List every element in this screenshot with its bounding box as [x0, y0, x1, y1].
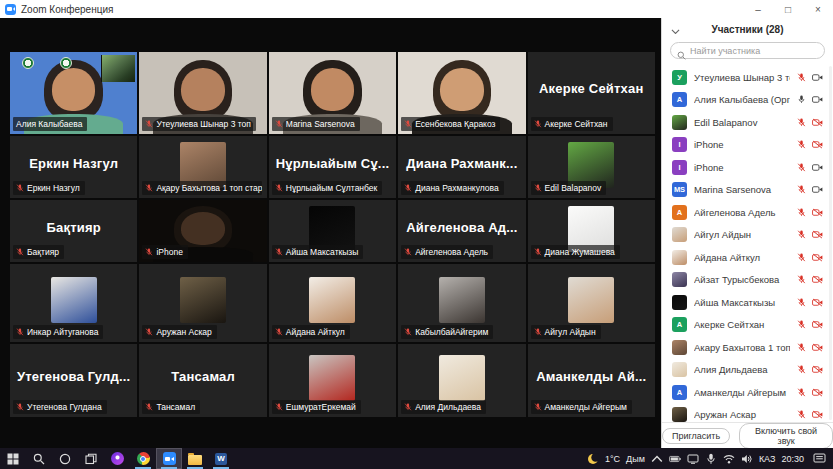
close-button[interactable]: ×	[803, 0, 833, 18]
participant-tile[interactable]: КабылбайАйгерим	[398, 264, 525, 342]
chrome-icon[interactable]	[130, 448, 156, 469]
avatar	[672, 250, 687, 265]
participant-row[interactable]: У Утеулиева Шынар 3 топ (Я)	[662, 66, 833, 89]
participant-row[interactable]: Алия Дильдаева	[662, 359, 833, 382]
participant-tile[interactable]: Алия Калыбаева	[10, 52, 137, 134]
participant-tile[interactable]: Marina Sarsenova	[269, 52, 396, 134]
avatar: I	[672, 160, 687, 175]
participant-row[interactable]: Айзат Турысбекова	[662, 269, 833, 292]
task-view-icon[interactable]	[78, 448, 104, 469]
search-box[interactable]	[670, 42, 825, 59]
display-icon[interactable]	[687, 453, 699, 465]
voice-assistant-icon[interactable]	[104, 448, 130, 469]
profile-photo	[439, 355, 485, 401]
muted-mic-icon	[275, 327, 283, 337]
participants-list[interactable]: У Утеулиева Шынар 3 топ (Я) А	[662, 64, 833, 422]
participant-tile[interactable]: Утегенова Гулд... Утегенова Гулдана	[10, 344, 137, 417]
name-tag: Айгеленова Адель	[401, 245, 493, 259]
participant-row[interactable]: Edil Balapanov	[662, 111, 833, 134]
mic-tray-icon[interactable]	[705, 453, 717, 465]
volume-icon[interactable]	[741, 453, 753, 465]
taskbar-search-icon[interactable]	[26, 448, 52, 469]
participant-row[interactable]: Айша Максаткызы	[662, 291, 833, 314]
tray-expand-icon[interactable]	[651, 453, 663, 465]
avatar: А	[672, 317, 687, 332]
participant-tile[interactable]: Edil Balapanov	[528, 136, 655, 198]
participant-row[interactable]: А Акерке Сейтхан	[662, 314, 833, 337]
muted-mic-icon	[145, 402, 153, 412]
video-area: Алия Калыбаева	[0, 18, 661, 448]
weather-temp[interactable]: 1°C	[605, 454, 620, 464]
tile-name-label: Edil Balapanov	[545, 183, 602, 193]
participant-row[interactable]: Аружан Аскар	[662, 404, 833, 423]
participant-tile[interactable]: Алия Дильдаева	[398, 344, 525, 417]
language-indicator[interactable]: КАЗ	[759, 454, 776, 464]
name-tag: Диана Рахманкулова	[401, 181, 503, 195]
invite-button[interactable]: Пригласить	[662, 428, 730, 444]
participant-tile[interactable]: Бақтияр Бақтияр	[10, 200, 137, 262]
zoom-taskbar-icon[interactable]	[156, 448, 182, 469]
participant-tile[interactable]: Утеулиева Шынар 3 топ	[139, 52, 266, 134]
search-input[interactable]	[690, 46, 818, 56]
participant-row[interactable]: А Алия Калыбаева (Организатор)	[662, 89, 833, 112]
avatar: I	[672, 137, 687, 152]
clock[interactable]: 20:30	[781, 454, 804, 464]
participant-tile[interactable]: Нұрлыайым Сұ... Нұрлыайым Сұлтанбек	[269, 136, 396, 198]
participant-tile[interactable]: Айгеленова Ад... Айгеленова Адель	[398, 200, 525, 262]
participant-tile[interactable]: iPhone	[139, 200, 266, 262]
participant-tile[interactable]: Ақару Бахытова 1 топ староста	[139, 136, 266, 198]
tile-name-label: КабылбайАйгерим	[415, 327, 488, 337]
participant-tile[interactable]: Айгул Айдын	[528, 264, 655, 342]
participant-tile[interactable]: Инкар Айтуганова	[10, 264, 137, 342]
camera-status-icon	[812, 139, 823, 150]
participant-row[interactable]: А Аманкелды Айгерым	[662, 381, 833, 404]
chevron-down-icon[interactable]	[671, 25, 680, 32]
participant-row[interactable]: Айдана Айткул	[662, 246, 833, 269]
tile-name-label: iPhone	[156, 247, 182, 257]
participant-name: iPhone	[694, 139, 790, 150]
minimize-button[interactable]: –	[743, 0, 773, 18]
participant-name: Айзат Турысбекова	[694, 274, 790, 285]
participant-name: Edil Balapanov	[694, 117, 790, 128]
profile-photo	[309, 277, 355, 323]
weather-condition[interactable]: Дым	[626, 454, 645, 464]
mic-status-icon	[797, 229, 806, 240]
participant-row[interactable]: Акару Бахытова 1 топ староста	[662, 336, 833, 359]
participant-tile[interactable]: Есенбекова Қаракоз	[398, 52, 525, 134]
name-tag: Тансамал	[142, 400, 200, 414]
participant-row[interactable]: А Айгеленова Адель	[662, 201, 833, 224]
participant-tile[interactable]: Айша Максаткызы	[269, 200, 396, 262]
action-center-icon[interactable]	[810, 448, 828, 469]
participant-row[interactable]: MS Marina Sarsenova	[662, 179, 833, 202]
name-tag: Инкар Айтуганова	[13, 325, 103, 339]
participant-row[interactable]: I iPhone	[662, 156, 833, 179]
participant-tile[interactable]: Аружан Аскар	[139, 264, 266, 342]
tile-name-label: Айгеленова Адель	[415, 247, 488, 257]
muted-mic-icon	[145, 119, 153, 129]
participant-tile[interactable]: Аманкелды Ай... Аманкелды Айгерым	[528, 344, 655, 417]
participant-tile[interactable]: Диана Рахманк... Диана Рахманкулова	[398, 136, 525, 198]
unmute-button[interactable]: Включить свой звук	[739, 423, 833, 449]
participant-tile[interactable]: Еркин Назгул Еркин Назгул	[10, 136, 137, 198]
participant-tile[interactable]: Диана Жумашева	[528, 200, 655, 262]
participant-tile[interactable]: Тансамал Тансамал	[139, 344, 266, 417]
start-button[interactable]	[0, 448, 26, 469]
network-icon[interactable]	[723, 453, 735, 465]
participant-tile[interactable]: Акерке Сейтхан Акерке Сейтхан	[528, 52, 655, 134]
participant-tile[interactable]: ЕшмуратЕркемай	[269, 344, 396, 417]
tile-name-label: Диана Рахманкулова	[415, 183, 498, 193]
maximize-button[interactable]: □	[773, 0, 803, 18]
tile-name-label: Аманкелды Айгерым	[545, 402, 627, 412]
participant-tile[interactable]: Айдана Айткул	[269, 264, 396, 342]
camera-status-icon	[812, 117, 823, 128]
camera-status-icon	[812, 342, 823, 353]
word-icon[interactable]	[208, 448, 234, 469]
participant-row[interactable]: I iPhone	[662, 134, 833, 157]
mic-status-icon	[797, 184, 806, 195]
battery-icon[interactable]	[669, 453, 681, 465]
participant-row[interactable]: Айгул Айдын	[662, 224, 833, 247]
muted-mic-icon	[404, 119, 412, 129]
weather-moon-icon[interactable]	[587, 453, 599, 465]
file-explorer-icon[interactable]	[182, 448, 208, 469]
cortana-icon[interactable]	[52, 448, 78, 469]
